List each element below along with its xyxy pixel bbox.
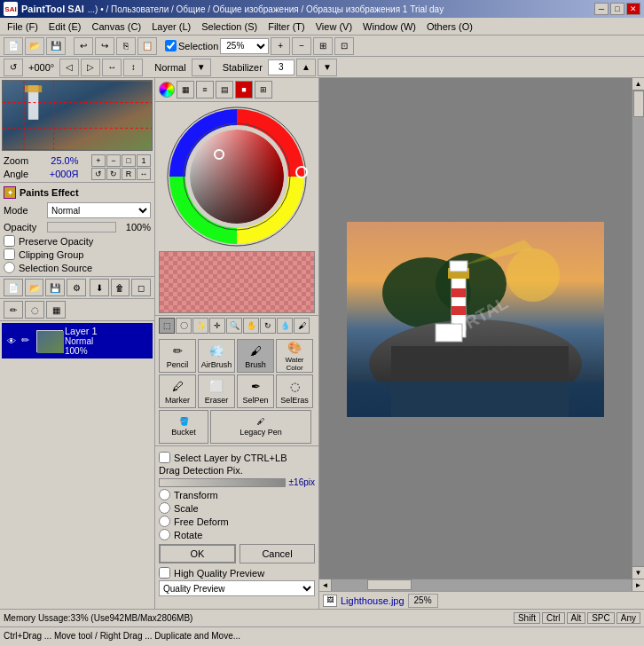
layer-mask-button[interactable]: ◻: [131, 279, 151, 296]
color-swatch[interactable]: [159, 251, 315, 313]
eraser-button[interactable]: ⬜ Eraser: [198, 374, 235, 408]
tb-open-button[interactable]: 📂: [25, 37, 44, 55]
angle-dec-button[interactable]: ↻: [106, 168, 121, 180]
menu-others[interactable]: Others (O): [421, 20, 478, 34]
stabilizer-up-button[interactable]: ▲: [296, 59, 316, 76]
hq-preview-checkbox[interactable]: [159, 567, 170, 579]
pencil-draw-button[interactable]: ✏ Pencil: [159, 339, 196, 373]
clipping-group-checkbox[interactable]: [4, 248, 15, 260]
canvas-area[interactable]: PORTAL: [319, 78, 632, 579]
minimize-button[interactable]: ─: [594, 3, 609, 15]
rotate-left-button[interactable]: ◁: [59, 59, 79, 76]
free-deform-radio[interactable]: [159, 516, 170, 527]
color-btn-5[interactable]: ⊞: [255, 81, 272, 98]
rotate-radio[interactable]: [159, 529, 170, 540]
zoom-1x-button[interactable]: 1: [137, 154, 151, 167]
transform-radio[interactable]: [159, 489, 170, 500]
pencil-tool-button[interactable]: ✏: [4, 301, 23, 319]
fill-tool-button[interactable]: 🖌: [294, 318, 310, 334]
flip-h-button[interactable]: ↔: [102, 59, 122, 76]
selpen-button[interactable]: ✒ SelPen: [237, 374, 274, 408]
blend-mode-button[interactable]: ▼: [192, 59, 211, 76]
rotate-reset-button[interactable]: ↺: [4, 59, 23, 76]
move-tool-button[interactable]: ✛: [209, 318, 225, 334]
menu-canvas[interactable]: Canvas (C): [87, 20, 147, 34]
wand-tool-button[interactable]: ✨: [192, 318, 208, 334]
tb-redo-button[interactable]: ↪: [95, 37, 114, 55]
legacy-pen-button[interactable]: 🖋 Legacy Pen: [210, 410, 311, 444]
zoom-dec-button[interactable]: −: [106, 154, 121, 167]
scroll-left-button[interactable]: ◄: [319, 579, 332, 591]
merge-down-button[interactable]: ⬇: [90, 279, 109, 296]
menu-layer[interactable]: Layer (L): [146, 20, 196, 34]
hand-tool-button[interactable]: ✋: [243, 318, 259, 334]
lasso-tool-button[interactable]: 〇: [176, 318, 192, 334]
color-wheel-container[interactable]: [166, 106, 308, 248]
select-layer-checkbox[interactable]: [159, 452, 170, 463]
scale-radio[interactable]: [159, 502, 170, 514]
layer-settings-button[interactable]: ⚙: [67, 279, 86, 296]
dropper-tool-button[interactable]: 💧: [277, 318, 293, 334]
angle-inc-button[interactable]: ↺: [91, 168, 106, 180]
flip-v-button[interactable]: ↕: [123, 59, 143, 76]
marker-button[interactable]: 🖊 Marker: [159, 374, 196, 408]
new-layer-button[interactable]: 📄: [4, 279, 23, 296]
ok-button[interactable]: OK: [159, 544, 236, 563]
cancel-button[interactable]: Cancel: [240, 544, 315, 563]
color-btn-4[interactable]: ■: [235, 81, 253, 98]
select-tool-button[interactable]: ⬚: [159, 318, 175, 334]
tb-save-button[interactable]: 💾: [46, 37, 66, 55]
tb-paste-button[interactable]: 📋: [137, 37, 157, 55]
canvas-horizontal-scrollbar[interactable]: ◄ ►: [319, 579, 644, 591]
open-layer-button[interactable]: 📂: [25, 279, 44, 296]
angle-reset-button[interactable]: R: [122, 168, 136, 180]
zoom-1to1-button[interactable]: ⊡: [334, 37, 354, 55]
menu-view[interactable]: View (V): [310, 20, 357, 34]
layer-pen-icon[interactable]: ✏: [20, 334, 35, 348]
rotate-view-button[interactable]: ↻: [260, 318, 276, 334]
angle-flip-button[interactable]: ↔: [137, 168, 151, 180]
tb-copy-button[interactable]: ⎘: [116, 37, 136, 55]
menu-file[interactable]: File (F): [2, 20, 43, 34]
close-button[interactable]: ✕: [626, 3, 640, 15]
menu-edit[interactable]: Edit (E): [43, 20, 87, 34]
color-wheel-icon[interactable]: [159, 82, 175, 98]
layer-visibility-icon[interactable]: 👁: [4, 334, 19, 348]
selection-checkbox[interactable]: [165, 40, 177, 51]
scroll-up-button[interactable]: ▲: [632, 78, 644, 91]
color-btn-3[interactable]: ▤: [216, 81, 233, 98]
zoom-inc-button[interactable]: +: [91, 154, 106, 167]
seleras-button[interactable]: ◌ SelEras: [276, 374, 313, 408]
opacity-slider[interactable]: [47, 222, 116, 232]
color-btn-2[interactable]: ≡: [196, 81, 214, 98]
preserve-opacity-checkbox[interactable]: [4, 235, 15, 247]
menu-filter[interactable]: Filter (T): [263, 20, 310, 34]
menu-selection[interactable]: Selection (S): [196, 20, 263, 34]
zoom-in-button[interactable]: +: [271, 37, 290, 55]
delete-layer-button[interactable]: 🗑: [111, 279, 130, 296]
watercolor-button[interactable]: 🎨 WaterColor: [276, 339, 313, 373]
zoom-out-button[interactable]: −: [292, 37, 311, 55]
zoom-fit-button[interactable]: ⊞: [313, 37, 333, 55]
canvas-vertical-scrollbar[interactable]: ▲ ▼: [632, 78, 644, 579]
tb-undo-button[interactable]: ↩: [74, 37, 93, 55]
maximize-button[interactable]: □: [610, 3, 624, 15]
select-layer-button[interactable]: ▦: [46, 301, 66, 319]
bucket-button[interactable]: 🪣 Bucket: [159, 410, 208, 444]
zoom-fit-small-button[interactable]: □: [122, 154, 136, 167]
zoom-tool-button[interactable]: 🔍: [226, 318, 242, 334]
zoom-select[interactable]: 25%: [220, 38, 269, 54]
layer-item[interactable]: 👁 ✏ Layer 1 Normal: [2, 323, 153, 358]
quality-preview-select[interactable]: Quality Preview: [159, 580, 315, 596]
eraser-layer-button[interactable]: ◌: [25, 301, 44, 319]
scroll-thumb-h[interactable]: [367, 579, 412, 590]
drag-slider[interactable]: [159, 478, 286, 487]
scroll-right-button[interactable]: ►: [632, 579, 644, 591]
scroll-down-button[interactable]: ▼: [632, 566, 644, 579]
selection-source-radio[interactable]: [4, 262, 15, 273]
tb-new-button[interactable]: 📄: [4, 37, 23, 55]
scroll-thumb-v[interactable]: [633, 91, 644, 117]
menu-window[interactable]: Window (W): [357, 20, 421, 34]
brush-button[interactable]: 🖌 Brush: [237, 339, 274, 373]
rotate-right-button[interactable]: ▷: [81, 59, 100, 76]
